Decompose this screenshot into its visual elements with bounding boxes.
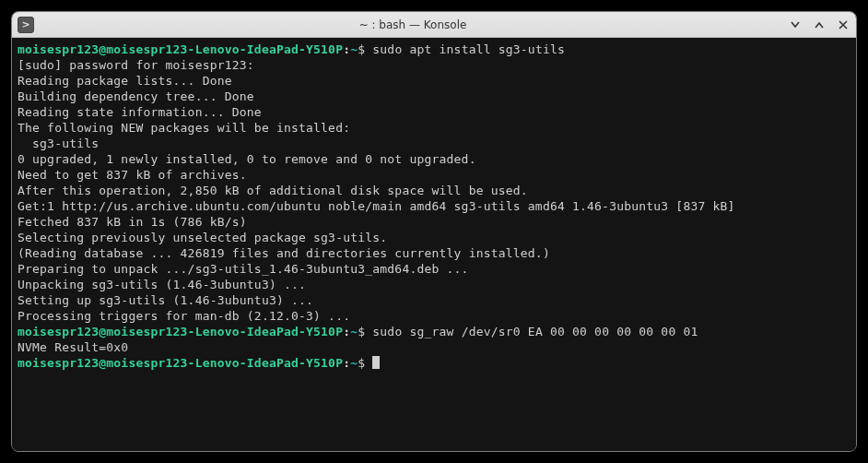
cursor: [372, 356, 380, 369]
prompt-user-host: moisespr123@moisespr123-Lenovo-IdeaPad-Y…: [18, 325, 343, 338]
maximize-button[interactable]: [812, 18, 827, 32]
prompt-symbol: $: [358, 42, 365, 56]
app-icon-glyph: >: [21, 18, 29, 30]
window-title: ~ : bash — Konsole: [38, 18, 788, 31]
prompt-symbol: $: [358, 325, 365, 338]
close-button[interactable]: [836, 18, 850, 32]
output-block-2: NVMe Result=0x0: [18, 340, 128, 354]
titlebar[interactable]: > ~ : bash — Konsole: [12, 12, 856, 38]
command-1: sudo apt install sg3-utils: [372, 42, 565, 56]
prompt-colon: :: [343, 356, 350, 370]
prompt-colon: :: [343, 42, 350, 56]
minimize-button[interactable]: [788, 18, 803, 32]
prompt-symbol: $: [358, 356, 365, 370]
app-icon: >: [18, 17, 34, 33]
prompt-colon: :: [343, 325, 350, 338]
terminal-area[interactable]: moisespr123@moisespr123-Lenovo-IdeaPad-Y…: [12, 38, 856, 451]
window-controls: [788, 18, 850, 32]
prompt-user-host: moisespr123@moisespr123-Lenovo-IdeaPad-Y…: [18, 356, 343, 370]
output-block-1: [sudo] password for moisespr123: Reading…: [18, 58, 735, 323]
command-2: sudo sg_raw /dev/sr0 EA 00 00 00 00 00 0…: [372, 325, 698, 338]
konsole-window: > ~ : bash — Konsole moisespr123@moisesp…: [11, 11, 857, 452]
prompt-user-host: moisespr123@moisespr123-Lenovo-IdeaPad-Y…: [18, 42, 343, 56]
